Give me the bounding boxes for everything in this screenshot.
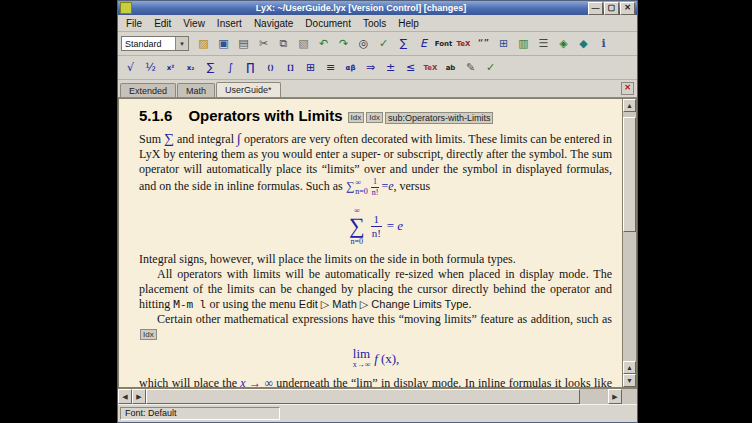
formula: limx→∞f(x), [352, 347, 400, 370]
insert-figure-icon[interactable]: ▥ [514, 35, 533, 53]
scroll-left-button[interactable]: ◀ [118, 389, 132, 404]
copy-icon[interactable]: ⧉ [274, 35, 293, 53]
math-operator: lim [353, 347, 370, 360]
open-icon[interactable]: ▨ [194, 35, 213, 53]
label-inset[interactable]: sub:Operators-with-Limits [385, 112, 494, 124]
scroll-right-button-left[interactable]: ▶ [132, 389, 146, 404]
fraction-icon[interactable]: ½ [141, 59, 160, 77]
tab-userguide[interactable]: UserGuide* [216, 82, 281, 97]
paste-icon[interactable]: ▧ [294, 35, 313, 53]
toc-icon[interactable]: ☰ [534, 35, 553, 53]
menu-document[interactable]: Document [299, 17, 357, 30]
insert-table-icon-glyph: ⊞ [499, 37, 508, 50]
style-icon[interactable]: ✎ [461, 59, 480, 77]
index-badge[interactable]: Idx [366, 112, 383, 123]
redo-icon[interactable]: ↷ [334, 35, 353, 53]
titlebar[interactable]: LyX: ~/UserGuide.lyx [Version Control] [… [118, 1, 637, 15]
math-identifier: e [397, 218, 403, 234]
tex-mode-icon[interactable]: TeX [421, 59, 440, 77]
vertical-scrollbar[interactable]: ▲ ▲ ▼ [622, 98, 637, 388]
display-formula[interactable]: limx→∞f(x), [139, 347, 612, 370]
scroll-up-button[interactable]: ▲ [623, 99, 636, 112]
quote-icon[interactable]: “” [474, 35, 493, 53]
math-numerator: 1 [374, 213, 380, 226]
check-icon[interactable]: ✓ [481, 59, 500, 77]
find-icon[interactable]: ◎ [354, 35, 373, 53]
print-icon[interactable]: ▤ [234, 35, 253, 53]
superscript-icon-glyph: x² [167, 64, 175, 72]
math-operator: ∑ [164, 131, 174, 146]
scroll-up-button-bottom[interactable]: ▲ [623, 361, 636, 374]
tex-icon[interactable]: TeX [454, 35, 473, 53]
sum-icon[interactable]: ∑ [201, 59, 220, 77]
info-icon[interactable]: ℹ [594, 35, 613, 53]
equation-icon[interactable]: ≡ [321, 59, 340, 77]
menu-insert[interactable]: Insert [211, 17, 248, 30]
spellcheck-icon[interactable]: ✓ [374, 35, 393, 53]
inline-math: ∫ [237, 132, 241, 146]
operators-icon[interactable]: ± [381, 59, 400, 77]
math-limits-stack: ∞∑n=0 [349, 206, 365, 246]
scroll-right-button[interactable]: ▶ [608, 389, 622, 404]
subscript-icon[interactable]: x₂ [181, 59, 200, 77]
menu-help[interactable]: Help [392, 17, 425, 30]
vertical-scroll-thumb[interactable] [623, 117, 636, 232]
index-badge[interactable]: Idx [140, 329, 157, 340]
menu-navigate[interactable]: Navigate [248, 17, 299, 30]
minimize-button[interactable]: — [588, 2, 603, 15]
tab-extended[interactable]: Extended [120, 83, 176, 97]
close-button[interactable]: ✕ [620, 2, 635, 15]
maximize-button[interactable]: ▢ [604, 2, 619, 15]
menu-file[interactable]: File [120, 17, 148, 30]
matrix-icon-glyph: ⊞ [306, 61, 315, 74]
vertical-scroll-track[interactable] [623, 112, 636, 361]
combo-dropdown-arrow[interactable]: ▼ [175, 37, 188, 50]
close-tab-button[interactable]: ✕ [621, 82, 634, 95]
horizontal-scroll-track[interactable] [146, 389, 608, 404]
sqrt-icon[interactable]: √ [121, 59, 140, 77]
product-icon[interactable]: ∏ [241, 59, 260, 77]
text-mode-icon[interactable]: ab [441, 59, 460, 77]
depth-icon[interactable]: ◈ [554, 35, 573, 53]
paragraph-style-combo[interactable]: Standard ▼ [121, 36, 189, 51]
display-formula[interactable]: ∞∑n=01n!=e [139, 202, 612, 246]
math-panel-icon[interactable]: ◆ [574, 35, 593, 53]
brackets-icon-glyph: [] [287, 64, 293, 72]
save-icon-glyph: ▣ [218, 37, 228, 50]
index-badge[interactable]: Idx [348, 112, 365, 123]
tab-math[interactable]: Math [177, 83, 215, 97]
arrows-icon-glyph: ⇒ [366, 61, 375, 74]
insert-math-icon[interactable]: ∑ [394, 35, 413, 53]
superscript-icon[interactable]: x² [161, 59, 180, 77]
menu-edit[interactable]: Edit [148, 17, 177, 30]
menu-view[interactable]: View [177, 17, 211, 30]
matrix-icon[interactable]: ⊞ [301, 59, 320, 77]
document-canvas[interactable]: 5.1.6Operators with LimitsIdxIdxsub:Oper… [118, 98, 622, 388]
delimiters-icon[interactable]: () [261, 59, 280, 77]
window-icon [120, 2, 132, 14]
paragraph: Integral signs, however, will place the … [139, 252, 612, 267]
brackets-icon[interactable]: [] [281, 59, 300, 77]
save-icon[interactable]: ▣ [214, 35, 233, 53]
horizontal-scrollbar[interactable]: ◀ ▶ ▶ [118, 388, 637, 404]
scroll-down-button[interactable]: ▼ [623, 374, 636, 387]
toolbar-math: √½x²x₂∑∫∏()[]⊞≡αβ⇒±≤TeXab✎✓ [118, 56, 637, 80]
subscript-icon-glyph: x₂ [187, 64, 195, 72]
insert-table-icon[interactable]: ⊞ [494, 35, 513, 53]
toolbar-standard-icons: ▨▣▤✂⧉▧↶↷◎✓∑EFontTeX“”⊞▥☰◈◆ℹ [194, 35, 613, 53]
relations-icon[interactable]: ≤ [401, 59, 420, 77]
paragraph: Certain other mathematical expressions h… [139, 312, 612, 342]
menu-tools[interactable]: Tools [357, 17, 392, 30]
horizontal-scroll-thumb[interactable] [146, 389, 580, 404]
paragraph: Sum ∑ and integral ∫ operators are very … [139, 131, 612, 197]
emphasis-icon[interactable]: E [414, 35, 433, 53]
integral-icon[interactable]: ∫ [221, 59, 240, 77]
cut-icon[interactable]: ✂ [254, 35, 273, 53]
paragraph: All operators with limits will be automa… [139, 267, 612, 312]
section-title: Operators with Limits [188, 107, 342, 124]
undo-icon[interactable]: ↶ [314, 35, 333, 53]
arrows-icon[interactable]: ⇒ [361, 59, 380, 77]
greek-icon[interactable]: αβ [341, 59, 360, 77]
font-icon[interactable]: Font [434, 35, 453, 53]
math-lower-limit: x→∞ [353, 360, 371, 370]
